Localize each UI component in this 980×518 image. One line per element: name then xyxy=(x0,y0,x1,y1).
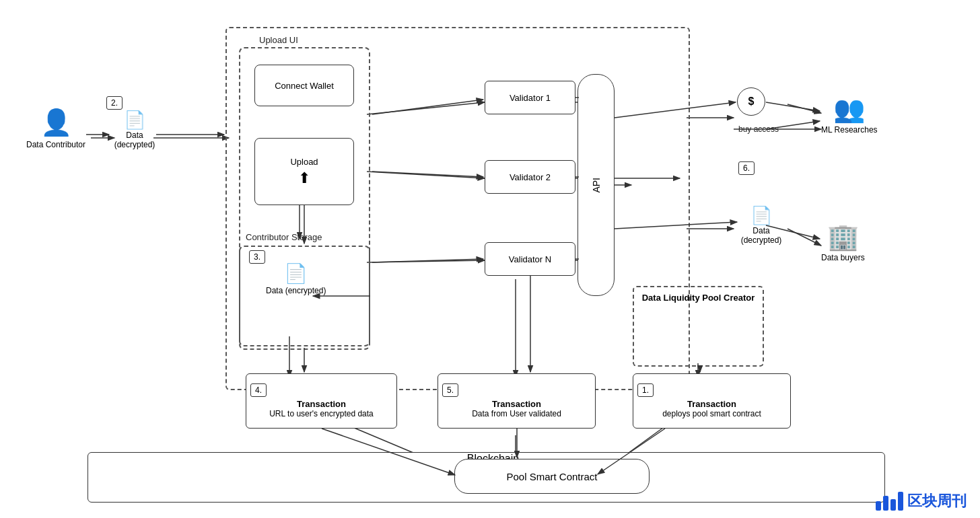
svg-line-42 xyxy=(766,102,820,111)
api-box: API xyxy=(578,74,615,296)
validator-2-box: Validator 2 xyxy=(485,160,575,194)
step-6-badge: 6. xyxy=(738,161,755,175)
dollar-icon: $ xyxy=(737,87,765,116)
transaction-4-box: 4. Transaction URL to user's encrypted d… xyxy=(246,373,397,429)
bar-4 xyxy=(898,492,903,511)
watermark: 区块周刊 xyxy=(876,491,967,511)
step-1-badge: 1. xyxy=(637,383,654,397)
step-2-badge: 2. xyxy=(106,96,123,110)
validator-n-box: Validator N xyxy=(485,242,575,276)
bar-3 xyxy=(890,499,896,511)
pool-smart-contract-box: Pool Smart Contract xyxy=(454,459,650,494)
data-decrypted-2-item: 📄 Data (decrypted) xyxy=(738,205,784,245)
svg-line-18 xyxy=(788,104,821,113)
watermark-bars xyxy=(876,492,903,511)
validator-1-box: Validator 1 xyxy=(485,81,575,114)
data-decrypted-1-item: 📄 Data (decrypted) xyxy=(111,110,158,149)
transaction-1-box: 1. Transaction deploys pool smart contra… xyxy=(633,373,791,429)
data-buyers-item: 🏢 Data buyers xyxy=(821,222,865,262)
ml-researches-item: 👥 ML Researches xyxy=(821,94,878,135)
upload-icon: ⬆ xyxy=(298,170,310,187)
upload-box: Upload ⬆ xyxy=(254,138,354,205)
step-4-badge: 4. xyxy=(250,383,267,397)
dlp-creator-box: Data Liquidity Pool Creator xyxy=(633,286,764,367)
buy-access-label: buy access xyxy=(738,124,779,134)
bar-1 xyxy=(876,501,881,511)
svg-line-20 xyxy=(788,229,821,246)
contributor-storage-label: Contributor Storage xyxy=(246,232,322,242)
step-3-badge: 3. xyxy=(249,250,265,264)
watermark-text: 区块周刊 xyxy=(907,491,967,511)
data-contributor-item: 👤 Data Contributor xyxy=(26,108,86,149)
data-encrypted-item: 📄 Data (encrypted) xyxy=(266,262,326,295)
step-5-badge: 5. xyxy=(442,383,458,397)
connect-wallet-box: Connect Wallet xyxy=(254,65,354,106)
upload-ui-label: Upload UI xyxy=(259,35,298,45)
bar-2 xyxy=(883,496,888,511)
transaction-5-box: 5. Transaction Data from User validated xyxy=(438,373,596,429)
